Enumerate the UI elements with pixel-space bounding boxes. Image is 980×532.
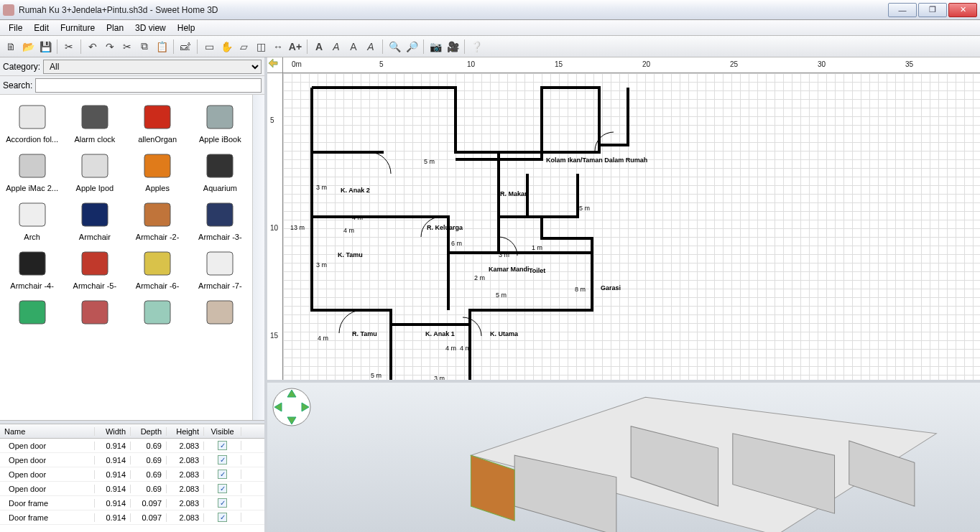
cell-visible[interactable]: ✓: [204, 470, 241, 479]
catalog-item[interactable]: Arch: [1, 197, 63, 243]
dimension-icon[interactable]: ↔: [270, 39, 286, 55]
checkbox-icon[interactable]: ✓: [218, 484, 227, 493]
room-label: K. Anak 2: [341, 187, 370, 194]
help-icon[interactable]: ❔: [468, 39, 484, 55]
col-depth[interactable]: Depth: [131, 427, 167, 436]
col-width[interactable]: Width: [95, 427, 131, 436]
view3d-pane[interactable]: [267, 380, 980, 532]
table-header[interactable]: Name Width Depth Height Visible: [0, 424, 264, 439]
svg-marker-20: [269, 59, 277, 67]
svg-rect-5: [82, 154, 108, 177]
open-icon[interactable]: 📂: [20, 39, 36, 55]
catalog-item[interactable]: Armchair: [64, 197, 125, 243]
cell-visible[interactable]: ✓: [204, 441, 241, 450]
col-visible[interactable]: Visible: [204, 427, 241, 436]
nav-control[interactable]: [272, 387, 312, 427]
minimize-button[interactable]: —: [888, 3, 917, 17]
search-input[interactable]: [35, 78, 262, 93]
select-icon[interactable]: ▭: [201, 39, 217, 55]
zoom-in-icon[interactable]: 🔍: [387, 39, 402, 55]
table-row[interactable]: Open door 0.914 0.69 2.083 ✓: [0, 482, 264, 496]
catalog-item[interactable]: Apple iMac 2...: [1, 148, 63, 194]
catalog-item[interactable]: Apples: [127, 148, 188, 194]
catalog-label: Armchair: [66, 233, 124, 243]
cell-visible[interactable]: ✓: [204, 484, 241, 493]
textbig-icon[interactable]: A: [311, 39, 327, 55]
category-select[interactable]: All: [43, 60, 262, 74]
catalog-item[interactable]: Armchair -4-: [1, 246, 63, 291]
text-icon[interactable]: A+: [287, 39, 303, 55]
catalog-item[interactable]: [127, 294, 188, 340]
catalog-item[interactable]: [64, 294, 125, 340]
maximize-button[interactable]: ❐: [918, 3, 947, 17]
catalog-thumb-icon: [11, 294, 54, 330]
save-icon[interactable]: 💾: [37, 39, 53, 55]
catalog-item[interactable]: Armchair -2-: [127, 197, 188, 243]
menu-file[interactable]: File: [3, 22, 28, 34]
table-row[interactable]: Open door 0.914 0.69 2.083 ✓: [0, 467, 264, 482]
room-label: R. Makan: [500, 190, 529, 197]
redo-icon[interactable]: ↷: [102, 39, 118, 55]
checkbox-icon[interactable]: ✓: [218, 498, 227, 508]
table-row[interactable]: Open door 0.914 0.69 2.083 ✓: [0, 453, 264, 467]
checkbox-icon[interactable]: ✓: [218, 455, 227, 465]
cut2-icon[interactable]: ✂: [119, 39, 135, 55]
col-name[interactable]: Name: [0, 427, 95, 436]
table-row[interactable]: Open door 0.914 0.69 2.083 ✓: [0, 439, 264, 453]
catalog-item[interactable]: Accordion fol...: [1, 99, 63, 145]
menu-plan[interactable]: Plan: [101, 22, 129, 34]
room-icon[interactable]: ◫: [253, 39, 269, 55]
cell-width: 0.914: [95, 442, 131, 450]
catalog-item[interactable]: [1, 294, 63, 340]
close-button[interactable]: ✕: [948, 3, 977, 17]
furniture-catalog[interactable]: Accordion fol... Alarm clock allenOrgan …: [0, 95, 252, 420]
ruler-h-tick: 30: [818, 60, 826, 68]
new-icon[interactable]: 🗎: [3, 39, 19, 55]
catalog-item[interactable]: Armchair -6-: [127, 246, 188, 291]
checkbox-icon[interactable]: ✓: [218, 513, 227, 522]
plan-pane[interactable]: 0m5101520253035 51015: [267, 57, 980, 380]
table-row[interactable]: Door frame 0.914 0.097 2.083 ✓: [0, 496, 264, 510]
textA2-icon[interactable]: A: [363, 39, 379, 55]
copy-icon[interactable]: ⧉: [137, 39, 152, 55]
cell-visible[interactable]: ✓: [204, 455, 241, 465]
video-icon[interactable]: 🎥: [445, 39, 461, 55]
table-row[interactable]: Door frame 0.914 0.097 2.083 ✓: [0, 510, 264, 525]
catalog-item[interactable]: Apple iBook: [190, 99, 251, 145]
catalog-item[interactable]: Armchair -7-: [190, 246, 251, 291]
catalog-item[interactable]: Alarm clock: [64, 99, 125, 145]
room-label: Kolam Ikan/Taman Dalam Rumah: [546, 157, 647, 164]
add-furniture-icon[interactable]: 🛋: [177, 39, 193, 55]
catalog-item[interactable]: Armchair -5-: [64, 246, 125, 291]
wall-icon[interactable]: ▱: [236, 39, 251, 55]
catalog-item[interactable]: Armchair -3-: [190, 197, 251, 243]
textA-icon[interactable]: A: [346, 39, 361, 55]
catalog-item[interactable]: [190, 294, 251, 340]
catalog-item[interactable]: Apple Ipod: [64, 148, 125, 194]
menu-edit[interactable]: Edit: [28, 22, 55, 34]
cut-icon[interactable]: ✂: [61, 39, 77, 55]
menu-3dview[interactable]: 3D view: [129, 22, 172, 34]
catalog-item[interactable]: Aquarium: [190, 148, 251, 194]
floor-plan[interactable]: [283, 73, 973, 432]
menu-furniture[interactable]: Furniture: [55, 22, 101, 34]
paste-icon[interactable]: 📋: [154, 39, 170, 55]
svg-rect-2: [144, 106, 170, 129]
svg-rect-16: [19, 301, 45, 324]
menu-help[interactable]: Help: [172, 22, 201, 34]
catalog-item[interactable]: allenOrgan: [127, 99, 188, 145]
cell-visible[interactable]: ✓: [204, 513, 241, 522]
catalog-scrollbar[interactable]: [252, 95, 264, 420]
checkbox-icon[interactable]: ✓: [218, 470, 227, 479]
app-icon: [3, 4, 14, 16]
zoom-out-icon[interactable]: 🔎: [404, 39, 420, 55]
dimension-label: 2 m: [474, 274, 485, 281]
undo-icon[interactable]: ↶: [85, 39, 101, 55]
checkbox-icon[interactable]: ✓: [218, 441, 227, 450]
col-height[interactable]: Height: [167, 427, 204, 436]
cell-visible[interactable]: ✓: [204, 498, 241, 508]
catalog-thumb-icon: [11, 99, 54, 135]
photo-icon[interactable]: 📷: [427, 39, 443, 55]
textitalic-icon[interactable]: A: [328, 39, 344, 55]
pan-icon[interactable]: ✋: [218, 39, 234, 55]
